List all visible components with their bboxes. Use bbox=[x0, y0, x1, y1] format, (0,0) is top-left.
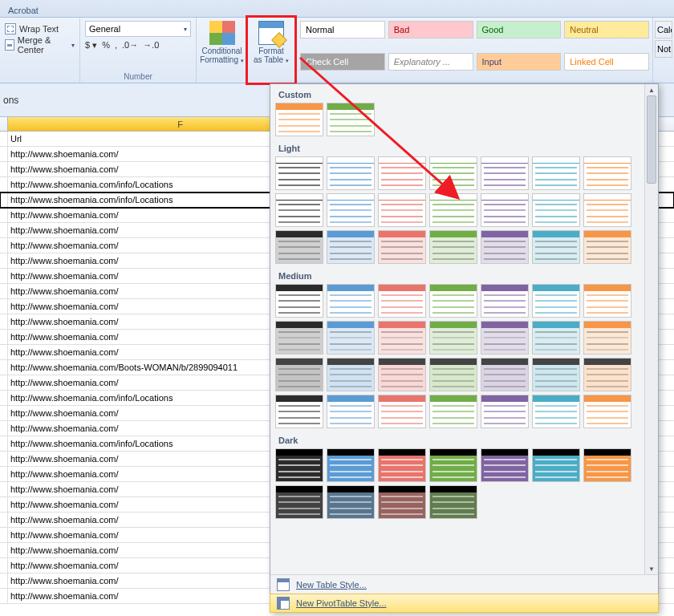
cell[interactable] bbox=[0, 375, 8, 390]
cell[interactable] bbox=[0, 528, 8, 542]
conditional-formatting-button[interactable]: ConditionalFormatting ▾ bbox=[197, 18, 248, 83]
cell[interactable] bbox=[0, 314, 8, 329]
table-style-swatch[interactable] bbox=[327, 193, 375, 227]
table-style-swatch[interactable] bbox=[327, 103, 375, 136]
wrap-text-button[interactable]: Wrap Text bbox=[5, 21, 75, 37]
table-style-swatch[interactable] bbox=[378, 284, 426, 318]
table-style-swatch[interactable] bbox=[583, 156, 631, 190]
cell[interactable] bbox=[0, 177, 8, 192]
table-style-swatch[interactable] bbox=[327, 321, 375, 355]
table-style-swatch[interactable] bbox=[429, 358, 477, 391]
table-style-swatch[interactable] bbox=[327, 230, 375, 264]
table-style-swatch[interactable] bbox=[275, 193, 323, 227]
format-as-table-button[interactable]: Formatas Table ▾ bbox=[246, 15, 297, 85]
cell[interactable] bbox=[0, 284, 8, 298]
table-style-swatch[interactable] bbox=[429, 284, 477, 318]
table-style-swatch[interactable] bbox=[327, 156, 375, 190]
table-style-swatch[interactable] bbox=[275, 230, 323, 264]
cell[interactable] bbox=[0, 330, 8, 344]
table-style-swatch[interactable] bbox=[429, 156, 477, 190]
table-style-swatch[interactable] bbox=[481, 321, 529, 355]
table-style-swatch[interactable] bbox=[481, 284, 529, 318]
style-note[interactable]: Not bbox=[655, 40, 672, 58]
cell[interactable] bbox=[0, 589, 8, 603]
style-neutral[interactable]: Neutral bbox=[564, 21, 649, 38]
table-style-swatch[interactable] bbox=[378, 395, 426, 428]
table-style-swatch[interactable] bbox=[481, 395, 529, 428]
cell[interactable] bbox=[0, 513, 8, 527]
scroll-up-icon[interactable]: ▲ bbox=[645, 84, 658, 95]
cell[interactable] bbox=[0, 543, 8, 557]
table-style-swatch[interactable] bbox=[429, 485, 477, 519]
cell[interactable] bbox=[0, 238, 8, 253]
comma-format-button[interactable]: , bbox=[115, 40, 117, 51]
cell[interactable] bbox=[0, 421, 8, 436]
table-style-swatch[interactable] bbox=[429, 448, 477, 482]
scrollbar-thumb[interactable] bbox=[647, 95, 656, 184]
table-style-swatch[interactable] bbox=[275, 156, 323, 190]
table-style-swatch[interactable] bbox=[481, 448, 529, 482]
table-style-swatch[interactable] bbox=[275, 395, 323, 428]
table-style-swatch[interactable] bbox=[481, 230, 529, 264]
table-style-swatch[interactable] bbox=[275, 485, 323, 519]
cell[interactable] bbox=[0, 269, 8, 283]
column-header-e[interactable] bbox=[0, 117, 8, 131]
table-style-swatch[interactable] bbox=[532, 448, 580, 482]
table-style-swatch[interactable] bbox=[481, 358, 529, 391]
cell[interactable] bbox=[0, 253, 8, 268]
table-style-swatch[interactable] bbox=[583, 358, 631, 391]
style-linked-cell[interactable]: Linked Cell bbox=[564, 53, 649, 71]
style-explanatory[interactable]: Explanatory ... bbox=[388, 53, 473, 71]
table-style-swatch[interactable] bbox=[481, 193, 529, 227]
cell[interactable] bbox=[0, 360, 8, 375]
percent-format-button[interactable]: % bbox=[102, 40, 110, 51]
new-pivottable-style-button[interactable]: New PivotTable Style... bbox=[270, 594, 659, 613]
style-good[interactable]: Good bbox=[477, 21, 562, 38]
cell[interactable] bbox=[0, 208, 8, 222]
accounting-format-button[interactable]: $ ▾ bbox=[85, 40, 97, 51]
cell[interactable] bbox=[0, 436, 8, 451]
style-bad[interactable]: Bad bbox=[388, 21, 473, 38]
table-style-swatch[interactable] bbox=[327, 395, 375, 428]
cell[interactable] bbox=[0, 147, 8, 161]
table-style-swatch[interactable] bbox=[481, 156, 529, 190]
table-style-swatch[interactable] bbox=[327, 448, 375, 482]
table-style-swatch[interactable] bbox=[583, 284, 631, 318]
table-style-swatch[interactable] bbox=[429, 321, 477, 355]
table-style-swatch[interactable] bbox=[275, 321, 323, 355]
table-style-swatch[interactable] bbox=[378, 193, 426, 227]
table-style-swatch[interactable] bbox=[532, 193, 580, 227]
table-style-swatch[interactable] bbox=[327, 358, 375, 391]
table-style-swatch[interactable] bbox=[327, 485, 375, 519]
cell[interactable] bbox=[0, 162, 8, 176]
table-style-swatch[interactable] bbox=[583, 448, 631, 482]
table-style-swatch[interactable] bbox=[429, 395, 477, 428]
table-style-swatch[interactable] bbox=[583, 230, 631, 264]
merge-center-button[interactable]: Merge & Center ▾ bbox=[5, 37, 75, 53]
table-style-swatch[interactable] bbox=[275, 358, 323, 391]
cell[interactable] bbox=[0, 452, 8, 466]
table-style-swatch[interactable] bbox=[275, 448, 323, 482]
cell-styles-gallery[interactable]: Normal Bad Good Neutral Check Cell Expla… bbox=[297, 18, 653, 83]
number-format-select[interactable]: General ▾ bbox=[85, 21, 191, 37]
table-style-swatch[interactable] bbox=[327, 284, 375, 318]
cell[interactable] bbox=[0, 467, 8, 481]
table-style-swatch[interactable] bbox=[583, 395, 631, 428]
table-style-swatch[interactable] bbox=[583, 193, 631, 227]
table-style-swatch[interactable] bbox=[532, 321, 580, 355]
table-style-swatch[interactable] bbox=[532, 284, 580, 318]
table-style-swatch[interactable] bbox=[275, 284, 323, 318]
cell[interactable] bbox=[0, 345, 8, 359]
table-style-swatch[interactable] bbox=[378, 230, 426, 264]
table-style-swatch[interactable] bbox=[429, 193, 477, 227]
increase-decimal-button[interactable]: .0→ bbox=[122, 40, 138, 51]
style-input[interactable]: Input bbox=[477, 53, 562, 71]
cell[interactable] bbox=[0, 482, 8, 496]
style-check-cell[interactable]: Check Cell bbox=[300, 53, 385, 71]
table-style-swatch[interactable] bbox=[378, 448, 426, 482]
cell[interactable] bbox=[0, 573, 8, 588]
table-style-swatch[interactable] bbox=[378, 321, 426, 355]
gallery-scrollbar[interactable]: ▲ ▼ bbox=[644, 84, 658, 574]
style-normal[interactable]: Normal bbox=[300, 21, 385, 38]
cell[interactable] bbox=[0, 391, 8, 405]
